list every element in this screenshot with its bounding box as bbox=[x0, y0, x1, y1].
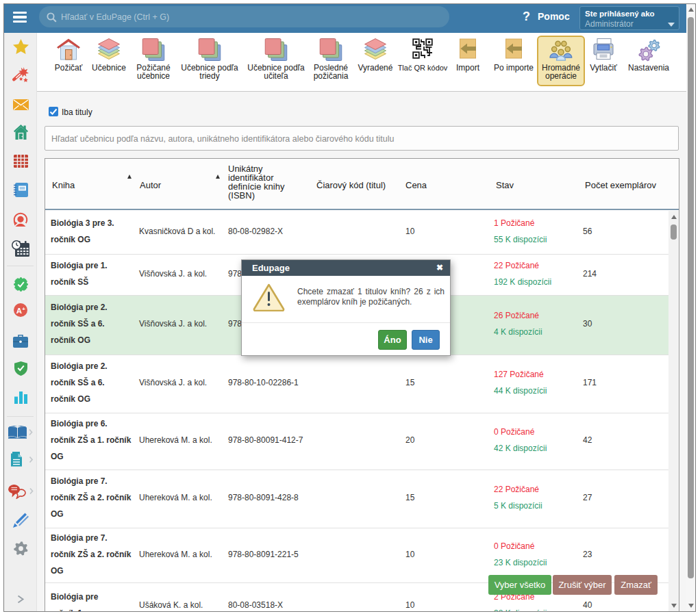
svg-text:+: + bbox=[22, 306, 25, 312]
svg-text:A: A bbox=[16, 307, 22, 315]
